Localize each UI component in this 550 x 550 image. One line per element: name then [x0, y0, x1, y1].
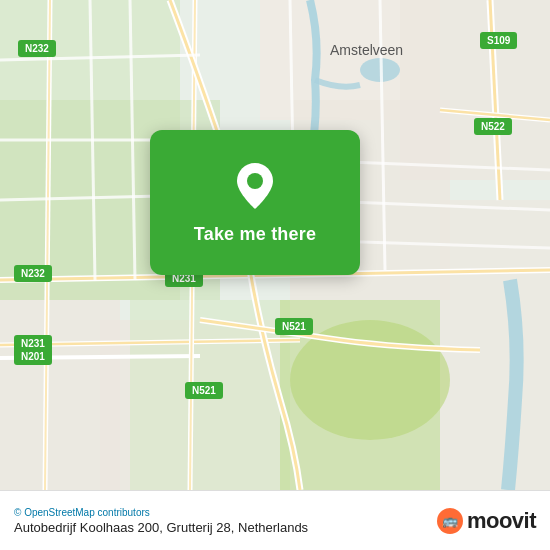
take-me-there-button[interactable]: Take me there	[194, 224, 316, 245]
location-pin-icon	[233, 160, 277, 212]
road-badge-n232-mid: N232	[14, 265, 52, 282]
take-me-there-card[interactable]: Take me there	[150, 130, 360, 275]
svg-point-37	[247, 173, 263, 189]
osm-link[interactable]: © OpenStreetMap contributors	[14, 507, 150, 518]
road-badge-s109: S109	[480, 32, 517, 49]
road-badge-n232-top: N232	[18, 40, 56, 57]
road-badge-n521-mid: N521	[275, 318, 313, 335]
svg-rect-6	[440, 200, 550, 490]
address-text: Autobedrijf Koolhaas 200, Grutterij 28, …	[14, 520, 308, 535]
moovit-logo: moovit	[437, 508, 536, 534]
osm-credit: © OpenStreetMap contributors	[14, 507, 308, 518]
svg-rect-3	[400, 0, 550, 180]
info-bar: © OpenStreetMap contributors Autobedrijf…	[0, 490, 550, 550]
road-badge-n201: N201	[14, 348, 52, 365]
road-badge-n521-bot: N521	[185, 382, 223, 399]
info-left: © OpenStreetMap contributors Autobedrijf…	[14, 507, 308, 535]
map-container: Amstelveen N232 N232 N231 N231 N521 N521…	[0, 0, 550, 490]
svg-text:Amstelveen: Amstelveen	[330, 42, 403, 58]
moovit-icon	[437, 508, 463, 534]
road-badge-n522: N522	[474, 118, 512, 135]
moovit-text: moovit	[467, 508, 536, 534]
